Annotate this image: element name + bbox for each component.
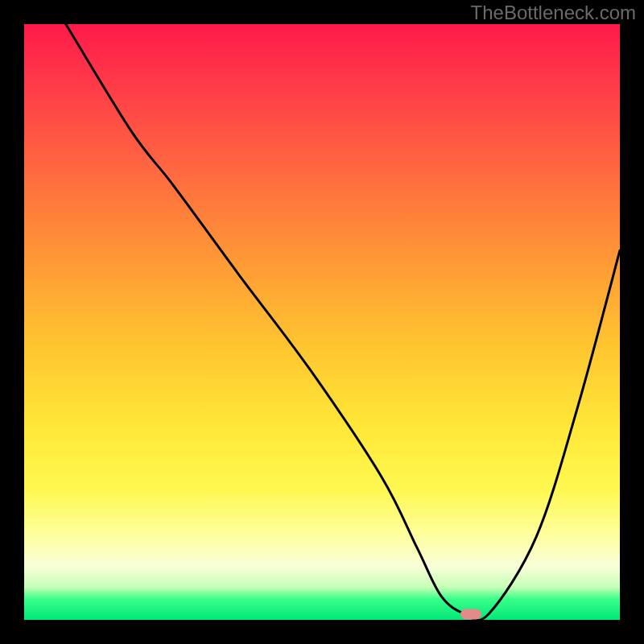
chart-frame — [24, 24, 620, 620]
watermark-text: TheBottleneck.com — [471, 2, 636, 24]
chart-svg — [24, 24, 620, 620]
optimal-point-marker — [460, 609, 481, 619]
bottleneck-curve-path — [66, 24, 620, 621]
